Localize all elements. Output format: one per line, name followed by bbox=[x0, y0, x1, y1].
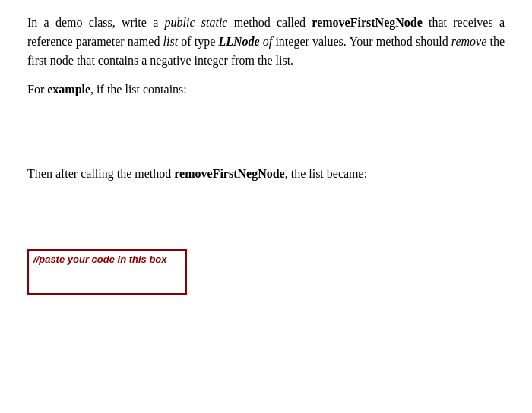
code-input-box[interactable]: //paste your code in this box bbox=[27, 249, 187, 295]
code-box-wrapper: //paste your code in this box bbox=[27, 249, 505, 295]
text-example: example bbox=[47, 83, 90, 96]
spacer-1 bbox=[27, 104, 505, 165]
text-list: list bbox=[163, 35, 179, 48]
text-of-type: of type bbox=[178, 35, 218, 48]
spacer-2 bbox=[27, 188, 505, 241]
text-remove-method: removeFirstNegNode bbox=[174, 167, 284, 180]
text-of: of bbox=[263, 35, 272, 48]
text-intro: In a demo class, write a bbox=[27, 16, 165, 29]
text-method-name: removeFirstNegNode bbox=[312, 16, 422, 29]
example-paragraph: For example, if the list contains: bbox=[27, 80, 505, 99]
then-paragraph: Then after calling the method removeFirs… bbox=[27, 165, 505, 184]
text-if: , if the list contains: bbox=[90, 83, 187, 96]
text-space bbox=[195, 16, 201, 29]
text-static: static bbox=[201, 16, 228, 29]
text-method: method called bbox=[227, 16, 312, 29]
text-for: For bbox=[27, 83, 47, 96]
text-then: Then after calling the method bbox=[27, 167, 174, 180]
text-remove: remove bbox=[451, 35, 487, 48]
text-llnode: LLNode bbox=[218, 35, 259, 48]
text-integer: integer values. Your method should bbox=[272, 35, 451, 48]
main-paragraph: In a demo class, write a public static m… bbox=[27, 14, 505, 70]
text-public: public bbox=[165, 16, 195, 29]
text-became: , the list became: bbox=[285, 167, 367, 180]
code-placeholder-text: //paste your code in this box bbox=[33, 254, 167, 265]
